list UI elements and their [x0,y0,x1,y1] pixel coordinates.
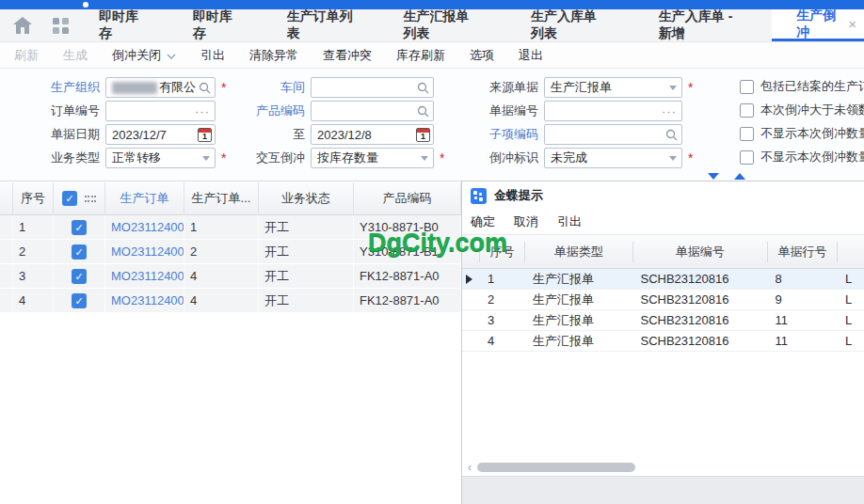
checkbox-unchecked[interactable] [740,127,754,141]
filter-input-1-3[interactable]: 按库存数量 [311,148,434,168]
order-link[interactable]: MO231124001 [111,244,184,259]
tab-active-6[interactable]: 生产倒冲× [772,9,864,41]
toolbar-item-8[interactable]: 退出 [519,47,543,64]
filter-input-0-3[interactable]: 正常转移 [105,148,216,168]
cell-order-link[interactable]: MO231124001 [105,264,184,288]
order-link[interactable]: MO231124001 [111,220,184,234]
column-options-icon[interactable] [85,196,96,202]
tab-4[interactable]: 生产入库单列表 [506,9,634,41]
dialog-button-1[interactable]: 取消 [514,213,538,230]
table-row[interactable]: 2MO2311240012开工Y310-8871-B1 [0,240,461,264]
cell-order-link[interactable]: MO231124001 [105,289,184,312]
toolbar-item-6[interactable]: 库存刷新 [396,47,445,64]
cell-checkbox[interactable] [54,264,105,288]
chevron-down-icon[interactable] [202,156,210,161]
scrollbar-thumb[interactable] [477,463,635,472]
chevron-down-icon[interactable] [421,156,428,161]
dialog-column-header[interactable]: 单据类型 [525,242,633,262]
filter-input-1-0[interactable] [311,77,434,98]
column-header-order[interactable]: 生产订单 [105,182,184,214]
dialog-column-header[interactable]: 单据编号 [633,242,768,262]
row-checkbox-checked[interactable] [72,293,87,308]
filter-input-2-3[interactable]: 未完成 [544,148,682,168]
select-all-checkbox[interactable] [62,191,77,206]
cell-order-link[interactable]: MO231124001 [105,215,184,239]
checkbox-unchecked[interactable] [740,80,754,94]
lookup-ellipsis-icon[interactable]: ··· [662,104,677,118]
home-icon[interactable] [13,17,32,34]
cell-product: Y310-8871-B1 [354,240,461,263]
tab-bar: 即时库存即时库存生产订单列表生产汇报单列表生产入库单列表生产入库单 - 新增生产… [0,9,864,42]
calendar-icon[interactable] [416,128,430,142]
row-checkbox-checked[interactable] [72,220,87,235]
calendar-icon[interactable] [198,128,212,142]
toolbar-item-7[interactable]: 选项 [470,47,494,64]
filter-label-1-3: 交互倒冲 [222,150,311,166]
row-checkbox-checked[interactable] [72,244,87,260]
filter-label-1-0[interactable]: 车间 [222,79,311,96]
table-row[interactable]: 3MO2311240014开工FK12-8871-A0 [0,264,461,289]
cell-order-link[interactable]: MO231124001 [105,240,184,263]
dialog-column-header[interactable] [838,242,864,262]
filter-input-0-1[interactable]: ··· [105,101,216,121]
filter-label-2-2[interactable]: 子项编码 [457,126,544,143]
column-header[interactable] [54,182,105,214]
lookup-ellipsis-icon[interactable]: ··· [195,104,210,118]
filter-label-1-2: 至 [222,126,311,143]
checkbox-unchecked[interactable] [740,150,754,165]
table-row[interactable]: 1MO2311240011开工Y310-8871-B0 [0,215,461,240]
dialog-table-row[interactable]: 2生产汇报单SCHB231208169L [462,290,864,310]
tab-3[interactable]: 生产汇报单列表 [378,9,506,41]
expand-panel-icon[interactable] [734,173,745,180]
chevron-down-icon[interactable] [669,86,677,90]
cell-checkbox[interactable] [54,240,105,263]
dialog-table-row[interactable]: 4生产汇报单SCHB2312081611L [462,331,864,352]
order-link[interactable]: MO231124001 [111,269,184,283]
dialog-button-0[interactable]: 确定 [471,213,495,230]
tab-0[interactable]: 即时库存 [74,9,168,41]
filter-label-1-1[interactable]: 产品编码 [222,102,311,119]
filter-input-0-0[interactable]: 有限公 [105,77,216,98]
column-header[interactable]: 生产订单... [184,182,259,214]
dialog-horizontal-scrollbar[interactable]: ‹ [462,460,864,474]
column-header[interactable]: 业务状态 [259,182,354,214]
toolbar-item-2[interactable]: 倒冲关闭 [112,47,176,64]
scroll-left-icon[interactable]: ‹ [462,461,477,474]
tab-5[interactable]: 生产入库单 - 新增 [634,9,772,41]
search-icon[interactable] [417,105,429,120]
order-link[interactable]: MO231124001 [111,293,184,307]
tab-close-icon[interactable]: × [848,16,856,32]
search-icon[interactable] [199,82,211,97]
column-header[interactable]: 产品编码 [354,182,461,214]
toolbar-item-4[interactable]: 清除异常 [249,47,298,64]
filter-input-1-1[interactable] [311,101,434,121]
filter-input-0-2[interactable]: 2023/12/7 [105,124,216,145]
tab-label: 即时库存 [193,8,238,42]
filter-input-2-0[interactable]: 生产汇报单 [544,77,682,98]
toolbar-item-5[interactable]: 查看冲突 [323,47,372,64]
tab-2[interactable]: 生产订单列表 [263,9,379,41]
filter-input-2-1[interactable]: ··· [544,101,682,121]
cell-checkbox[interactable] [54,215,105,239]
column-header[interactable]: 序号 [13,182,54,214]
collapse-panel-icon[interactable] [708,173,719,180]
filter-input-1-2[interactable]: 2023/12/8 [311,124,434,145]
search-icon[interactable] [417,82,429,97]
checkbox-unchecked[interactable] [740,103,754,118]
filter-label-0-0[interactable]: 生产组织 [17,79,105,96]
dialog-table-row[interactable]: 1生产汇报单SCHB231208168L [462,269,864,290]
tab-1[interactable]: 即时库存 [168,9,263,41]
filter-input-2-2[interactable] [544,124,682,145]
cell-checkbox[interactable] [54,289,105,312]
chevron-down-icon [167,48,176,62]
table-row[interactable]: 4MO2311240014开工FK12-8871-A0 [0,289,461,313]
search-icon[interactable] [665,129,678,144]
dialog-button-2[interactable]: 引出 [557,213,582,230]
dialog-table-row[interactable]: 3生产汇报单SCHB2312081611L [462,310,864,331]
dialog-column-header[interactable]: 序号 [480,242,525,262]
chevron-down-icon[interactable] [669,156,677,161]
row-checkbox-checked[interactable] [72,269,87,284]
toolbar-item-3[interactable]: 引出 [200,47,225,64]
apps-grid-icon[interactable] [53,18,69,34]
dialog-column-header[interactable]: 单据行号 [768,242,839,262]
